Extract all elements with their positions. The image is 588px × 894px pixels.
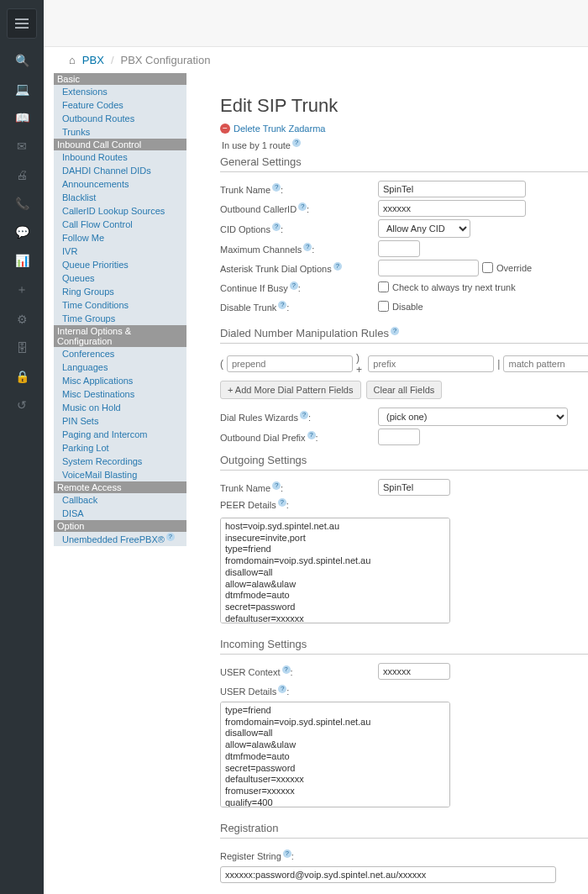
plus-icon[interactable]: ＋ [16,282,28,297]
help-icon[interactable]: ? [278,685,286,693]
breadcrumb-link-pbx[interactable]: PBX [82,54,104,66]
help-icon[interactable]: ? [272,183,281,192]
chart-icon[interactable]: 📊 [15,254,29,267]
page-title: Edit SIP Trunk [220,95,588,117]
label-trunk-name: Trunk Name [220,184,270,194]
sidebar-item-disa[interactable]: DISA [54,507,186,520]
user-context-input[interactable] [378,663,450,680]
envelope-icon[interactable]: ✉ [17,139,27,153]
top-bar [44,0,588,47]
chat-icon[interactable]: 💬 [15,225,29,239]
help-icon[interactable]: ? [333,262,342,271]
help-icon[interactable]: ? [298,202,307,211]
register-string-input[interactable] [220,866,556,883]
sidebar-item-dahdi-dids[interactable]: DAHDI Channel DIDs [54,164,186,177]
section-incoming-heading: Incoming Settings [220,638,588,650]
asterisk-dial-opts-input[interactable] [378,260,479,276]
match-pattern-input[interactable] [503,355,588,372]
help-icon[interactable]: ? [272,223,281,231]
sidebar-item-trunks[interactable]: Trunks [54,125,186,139]
sidebar-item-pin-sets[interactable]: PIN Sets [54,414,186,428]
book-icon[interactable]: 📖 [15,111,29,124]
help-icon[interactable]: ? [278,301,286,309]
sidebar-item-blacklist[interactable]: Blacklist [54,191,186,204]
sidebar-item-call-flow[interactable]: Call Flow Control [54,218,186,231]
label-continue-busy: Continue If Busy [220,282,288,292]
label-user-details: USER Details [220,686,276,697]
help-icon[interactable]: ? [272,481,281,490]
help-icon[interactable]: ? [307,431,316,439]
help-icon[interactable]: ? [303,243,312,251]
sidebar-item-parking[interactable]: Parking Lot [54,441,186,455]
label-max-channels: Maximum Channels [220,244,302,254]
sidebar-item-misc-apps[interactable]: Misc Applications [54,374,186,387]
sidebar-item-paging[interactable]: Paging and Intercom [54,428,186,441]
sidebar-item-ivr[interactable]: IVR [54,245,186,258]
breadcrumb-current: PBX Configuration [121,54,211,66]
search-icon[interactable]: 🔍 [15,54,29,67]
prepend-input[interactable] [227,355,353,372]
help-icon[interactable]: ? [292,139,301,147]
sidebar-item-languages[interactable]: Languages [54,360,186,374]
sidebar-item-extensions[interactable]: Extensions [54,85,186,98]
print-icon[interactable]: 🖨 [16,168,28,181]
help-icon[interactable]: ? [278,498,286,507]
help-icon[interactable]: ? [290,281,298,290]
laptop-icon[interactable]: 💻 [15,82,29,96]
outgoing-trunk-name-input[interactable] [378,479,450,496]
content-pane: Edit SIP Trunk − Delete Trunk Zadarma In… [186,73,588,894]
disable-label: Disable [392,302,423,312]
dial-pattern-row: ( ) + | + 🗑 [220,352,588,376]
section-outgoing-heading: Outgoing Settings [220,454,588,466]
sidebar-item-feature-codes[interactable]: Feature Codes [54,98,186,112]
outbound-cid-input[interactable] [378,200,526,217]
add-more-dial-button[interactable]: + Add More Dial Pattern Fields [220,381,361,399]
user-details-textarea[interactable]: type=friend fromdomain=voip.syd.spintel.… [220,702,450,807]
outbound-prefix-input[interactable] [378,429,420,445]
continue-busy-checkbox[interactable] [378,281,389,292]
help-icon[interactable]: ? [391,327,399,335]
sidebar-item-queues[interactable]: Queues [54,271,186,285]
max-channels-input[interactable] [378,240,420,257]
pbx-sidebar: Basic Extensions Feature Codes Outbound … [54,73,186,894]
sidebar-item-time-groups[interactable]: Time Groups [54,312,186,325]
help-icon[interactable]: ? [300,411,308,419]
sidebar-item-follow-me[interactable]: Follow Me [54,231,186,245]
sidebar-item-moh[interactable]: Music on Hold [54,401,186,414]
help-icon[interactable]: ? [283,849,291,858]
sidebar-item-inbound-routes[interactable]: Inbound Routes [54,150,186,164]
archive-icon[interactable]: 🗄 [16,341,28,355]
prefix-input[interactable] [368,355,494,372]
sidebar-item-misc-dest[interactable]: Misc Destinations [54,387,186,401]
gears-icon[interactable]: ⚙ [17,313,28,326]
override-checkbox[interactable] [482,262,493,273]
cid-options-select[interactable]: Allow Any CID [378,219,470,238]
sidebar-item-ring-groups[interactable]: Ring Groups [54,285,186,298]
minus-circle-icon: − [220,124,230,134]
sidebar-item-unembedded-freepbx[interactable]: Unembedded FreePBX®? [54,532,186,546]
sidebar-item-callback[interactable]: Callback [54,493,186,507]
help-icon[interactable]: ? [282,665,291,674]
dial-wizards-select[interactable]: (pick one) [378,408,568,426]
left-rail: 🔍 💻 📖 ✉ 🖨 📞 💬 📊 ＋ ⚙ 🗄 🔒 ↺ [0,0,44,894]
sidebar-item-queue-priorities[interactable]: Queue Priorities [54,258,186,271]
trunk-name-input[interactable] [378,181,526,197]
sidebar-item-time-conditions[interactable]: Time Conditions [54,298,186,312]
sidebar-item-conferences[interactable]: Conferences [54,347,186,360]
phone-icon[interactable]: 📞 [15,197,29,210]
lock-icon[interactable]: 🔒 [15,370,29,383]
sidebar-item-sys-recordings[interactable]: System Recordings [54,455,186,468]
home-icon[interactable]: ⌂ [69,54,76,66]
delete-trunk-link[interactable]: − Delete Trunk Zadarma [220,124,325,134]
clear-all-fields-button[interactable]: Clear all Fields [366,381,443,399]
help-icon[interactable]: ? [166,533,175,541]
sidebar-item-outbound-routes[interactable]: Outbound Routes [54,112,186,125]
sidebar-item-callerid-lookup[interactable]: CallerID Lookup Sources [54,204,186,218]
sidebar-section-option: Option [54,520,186,532]
hamburger-menu-button[interactable] [7,8,37,39]
disable-trunk-checkbox[interactable] [378,301,389,312]
sidebar-item-vm-blasting[interactable]: VoiceMail Blasting [54,468,186,481]
sidebar-item-announcements[interactable]: Announcements [54,177,186,191]
history-icon[interactable]: ↺ [17,398,27,412]
peer-details-textarea[interactable]: host=voip.syd.spintel.net.au insecure=in… [220,518,450,623]
